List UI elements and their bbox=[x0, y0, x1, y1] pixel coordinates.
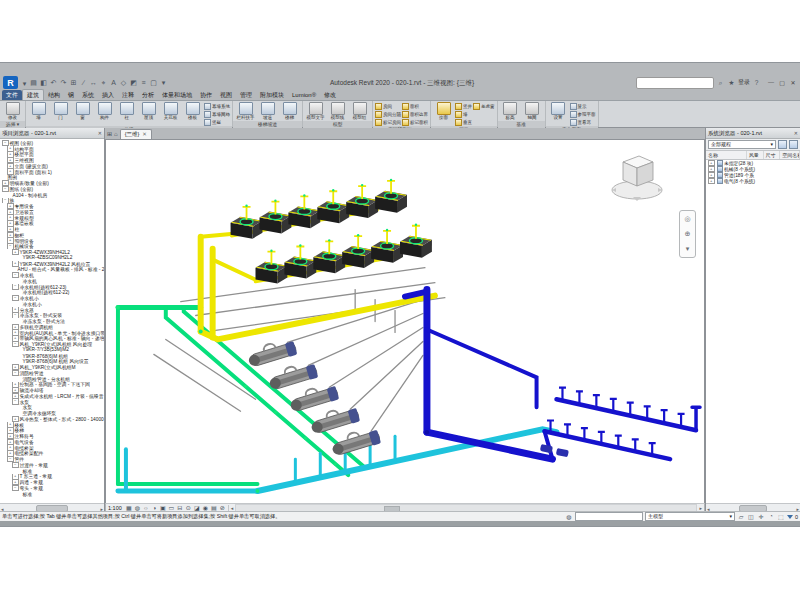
column-header-风量[interactable]: 风量 bbox=[747, 151, 764, 159]
tree-expander-icon[interactable]: + bbox=[708, 178, 715, 184]
ribbon-button-按面[interactable]: 按面 bbox=[433, 102, 454, 121]
ribbon-button-门[interactable]: 门 bbox=[50, 102, 71, 121]
tree-expander-icon[interactable]: − bbox=[2, 186, 9, 192]
column-header-空间名称[interactable]: 空间名称 bbox=[780, 151, 800, 159]
tree-expander-icon[interactable]: − bbox=[12, 284, 19, 290]
aligned-dimension-icon[interactable]: ↔ bbox=[89, 77, 98, 88]
ribbon-tab-修改[interactable]: 修改 bbox=[320, 90, 340, 100]
sign-in-button[interactable]: 登录 bbox=[738, 78, 750, 87]
viewcube[interactable] bbox=[610, 150, 664, 208]
steering-wheel-icon[interactable]: ◎ bbox=[684, 215, 690, 223]
tag-icon[interactable]: ⌖ bbox=[99, 77, 108, 88]
ribbon-tab-视图[interactable]: 视图 bbox=[216, 90, 236, 100]
open-icon[interactable]: ▤ bbox=[29, 77, 38, 88]
close-button[interactable]: ✕ bbox=[789, 79, 797, 86]
ribbon-button-查看器[interactable]: 查看器 bbox=[570, 119, 596, 126]
ribbon-button-参照平面[interactable]: 参照平面 bbox=[570, 111, 596, 118]
help-icon[interactable]: ? bbox=[752, 79, 761, 86]
system-browser-close-icon[interactable]: ✕ bbox=[794, 128, 798, 138]
print-icon[interactable]: ⊞ bbox=[69, 77, 78, 88]
ribbon-tab-注释[interactable]: 注释 bbox=[118, 90, 138, 100]
select-underlay-icon[interactable]: ⬚ bbox=[777, 513, 785, 520]
measure-icon[interactable]: ∕ bbox=[79, 77, 88, 88]
column-header-名称[interactable]: 名称 bbox=[706, 151, 747, 159]
ribbon-button-竖井[interactable]: 竖井 bbox=[455, 103, 472, 110]
maximize-button[interactable]: ▢ bbox=[778, 79, 786, 86]
zoom-icon[interactable]: ⊕ bbox=[685, 230, 691, 238]
infocenter-search-input[interactable] bbox=[636, 77, 714, 89]
ribbon-tab-文件[interactable]: 文件 bbox=[2, 90, 22, 100]
ribbon-button-竖梃[interactable]: 竖梃 bbox=[204, 119, 230, 126]
view-tab-3d[interactable]: {三维} ✕ bbox=[120, 129, 152, 139]
ribbon-button-房间分隔[interactable]: 房间分隔 bbox=[375, 111, 401, 118]
autofit-columns-icon[interactable] bbox=[778, 140, 787, 149]
ribbon-button-模型线[interactable]: 模型线 bbox=[327, 102, 348, 121]
press-drag-icon[interactable]: ✛ bbox=[757, 513, 765, 520]
ribbon-tab-Lumion®[interactable]: Lumion® bbox=[288, 90, 320, 100]
ribbon-button-天花板[interactable]: 天花板 bbox=[160, 102, 181, 121]
tree-expander-icon[interactable]: − bbox=[12, 272, 19, 278]
ribbon-button-修改[interactable]: 修改 bbox=[2, 102, 23, 121]
selection-filter-icon[interactable] bbox=[787, 515, 793, 519]
editable-only-icon[interactable]: ▱ bbox=[737, 513, 745, 520]
view-list-icon[interactable]: ⊞ bbox=[107, 129, 112, 139]
design-option-dropdown[interactable]: 主模型 ▾ bbox=[645, 512, 735, 521]
ribbon-button-垂直[interactable]: 垂直 bbox=[455, 119, 472, 126]
ribbon-button-柱[interactable]: 柱 bbox=[116, 102, 137, 121]
ribbon-button-屋顶[interactable]: 屋顶 bbox=[138, 102, 159, 121]
exclude-options-icon[interactable]: ◫ bbox=[747, 513, 755, 520]
ribbon-button-房间[interactable]: 房间 bbox=[375, 103, 401, 110]
ribbon-tab-附加模块[interactable]: 附加模块 bbox=[256, 90, 288, 100]
thin-lines-icon[interactable]: ≡ bbox=[139, 77, 148, 88]
navigation-bar[interactable]: ◎ ⊕ ▾ bbox=[679, 210, 696, 258]
tree-item[interactable]: −风机_Y9KR(立式)风机组 风向处理 bbox=[0, 341, 104, 347]
ribbon-tab-协作[interactable]: 协作 bbox=[196, 90, 216, 100]
save-icon[interactable]: ◧ bbox=[39, 77, 48, 88]
ribbon-button-坡道[interactable]: 坡道 bbox=[257, 102, 278, 121]
ribbon-tab-分析[interactable]: 分析 bbox=[138, 90, 158, 100]
ribbon-tab-结构[interactable]: 结构 bbox=[44, 90, 64, 100]
tree-expander-icon[interactable]: − bbox=[12, 313, 19, 319]
text-icon[interactable]: A bbox=[109, 77, 118, 88]
system-row[interactable]: +电气(8 个系统) bbox=[706, 178, 800, 184]
section-icon[interactable]: ◩ bbox=[129, 77, 138, 88]
tree-expander-icon[interactable]: − bbox=[12, 399, 19, 405]
customize-qat-icon[interactable]: ▾ bbox=[159, 77, 168, 88]
ribbon-button-标记面积[interactable]: 标记面积 bbox=[402, 119, 428, 126]
minimize-button[interactable]: — bbox=[767, 79, 775, 86]
project-browser-close-icon[interactable]: ✕ bbox=[98, 128, 102, 138]
ribbon-button-窗[interactable]: 窗 bbox=[72, 102, 93, 121]
ribbon-tab-管理[interactable]: 管理 bbox=[236, 90, 256, 100]
tree-expander-icon[interactable]: − bbox=[12, 485, 19, 491]
ribbon-button-楼板[interactable]: 楼板 bbox=[182, 102, 203, 121]
ribbon-button-面积边界[interactable]: 面积边界 bbox=[402, 111, 428, 118]
column-header-尺寸[interactable]: 尺寸 bbox=[764, 151, 781, 159]
default-3d-view-icon[interactable]: ◇ bbox=[119, 77, 128, 88]
ribbon-button-墙[interactable]: 墙 bbox=[28, 102, 49, 121]
tree-expander-icon[interactable]: − bbox=[12, 295, 19, 301]
tree-expander-icon[interactable]: + bbox=[12, 249, 19, 255]
ribbon-tab-钢[interactable]: 钢 bbox=[64, 90, 78, 100]
ribbon-button-模型文字[interactable]: 模型文字 bbox=[305, 102, 326, 121]
ribbon-tab-系统[interactable]: 系统 bbox=[78, 90, 98, 100]
ribbon-tab-建筑[interactable]: 建筑 bbox=[22, 89, 44, 100]
ribbon-button-构件[interactable]: 构件 bbox=[94, 102, 115, 121]
ribbon-button-幕墙网格[interactable]: 幕墙网格 bbox=[204, 111, 230, 118]
worksets-icon[interactable]: ◍ bbox=[565, 513, 573, 520]
ribbon-button-幕墙系统[interactable]: 幕墙系统 bbox=[204, 103, 230, 110]
view-tab-close-icon[interactable]: ✕ bbox=[142, 130, 147, 139]
ribbon-button-显示[interactable]: 显示 bbox=[570, 103, 596, 110]
background-processes-icon[interactable]: ◔ bbox=[767, 513, 775, 520]
home-icon[interactable]: ⌂ bbox=[114, 129, 118, 139]
tree-expander-icon[interactable]: − bbox=[12, 462, 19, 468]
favorites-star-icon[interactable]: ★ bbox=[727, 79, 736, 87]
column-settings-icon[interactable] bbox=[789, 140, 798, 149]
navbar-expand-icon[interactable]: ▾ bbox=[686, 245, 690, 253]
ribbon-button-墙[interactable]: 墙 bbox=[455, 111, 472, 118]
discipline-dropdown[interactable]: 全部规程 ▾ bbox=[708, 140, 776, 149]
redo-icon[interactable]: ↷ bbox=[59, 77, 68, 88]
app-menu-arrow-icon[interactable]: ▾ bbox=[20, 78, 29, 89]
model-canvas[interactable]: ◎ ⊕ ▾ bbox=[105, 139, 705, 503]
ribbon-button-标高[interactable]: 标高 bbox=[500, 102, 521, 121]
active-workset-field[interactable] bbox=[575, 512, 643, 521]
